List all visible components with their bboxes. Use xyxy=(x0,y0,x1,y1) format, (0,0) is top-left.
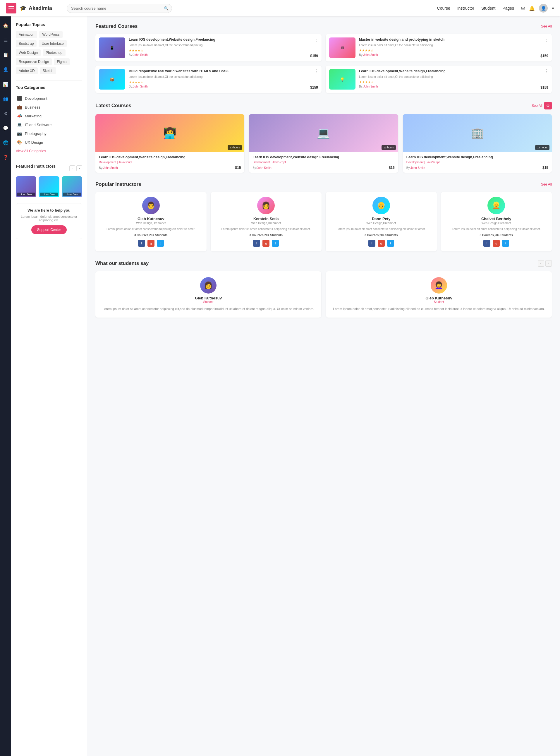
sidebar-item-chat[interactable]: 💬 xyxy=(1,123,10,133)
twitter-icon-1[interactable]: t xyxy=(157,240,164,247)
featured-course-3: 📦 Build responsive real world websites w… xyxy=(95,65,322,93)
testimonial-role-2: Student xyxy=(332,300,546,303)
instructor-avatar-3[interactable]: Jhon Deo xyxy=(62,176,82,197)
hamburger-button[interactable] xyxy=(6,3,16,14)
course-menu-4[interactable]: ⋮ xyxy=(544,68,549,74)
sidebar-item-home[interactable]: 🏠 xyxy=(1,21,10,31)
sidebar-item-list[interactable]: 📋 xyxy=(1,50,10,60)
latest-body-1: Learn IOS development,Website design,Fre… xyxy=(95,152,244,173)
mail-icon[interactable]: ✉ xyxy=(521,5,525,11)
featured-see-all[interactable]: See All xyxy=(541,24,552,28)
topic-photoshop[interactable]: Photoshop xyxy=(43,49,65,56)
notification-icon[interactable]: 🔔 xyxy=(529,5,535,11)
course-menu-1[interactable]: ⋮ xyxy=(314,37,319,42)
nav-link-student[interactable]: Student xyxy=(481,6,495,11)
avatar[interactable]: 👤 xyxy=(539,4,548,13)
topic-webdesign[interactable]: Web Design xyxy=(16,49,41,56)
chevron-down-icon[interactable]: ▾ xyxy=(552,5,554,11)
logo-icon: 🎓 xyxy=(20,5,26,12)
instructor-socials-1: f g t xyxy=(100,240,202,247)
latest-price-1: $15 xyxy=(235,166,241,170)
category-it-software[interactable]: 💻 IT and Software xyxy=(16,120,82,129)
course-menu-3[interactable]: ⋮ xyxy=(314,68,319,74)
google-icon-3[interactable]: g xyxy=(378,240,385,247)
twitter-icon-3[interactable]: t xyxy=(387,240,394,247)
topic-wordpress[interactable]: WordPress xyxy=(39,31,62,38)
instructor-next-button[interactable]: › xyxy=(76,165,82,171)
instructor-avatars: Jhon Deo Jhon Deo Jhon Deo xyxy=(16,176,82,197)
search-input[interactable] xyxy=(67,4,172,13)
search-icon[interactable]: 🔍 xyxy=(164,6,168,11)
nav-link-instructor[interactable]: Instructor xyxy=(457,6,474,11)
featured-course-2: 🖥 Master in website design and prototypi… xyxy=(326,34,552,61)
sidebar-item-help[interactable]: ❓ xyxy=(1,153,10,162)
category-business[interactable]: 💼 Business xyxy=(16,103,82,112)
testimonial-name-2: Gleb Kutnesuv xyxy=(332,296,546,300)
testimonials-section: What our students say ‹ › 👩 Gleb Kutnesu… xyxy=(95,260,552,318)
testimonial-name-1: Gleb Kutnesuv xyxy=(101,296,315,300)
facebook-icon-1[interactable]: f xyxy=(138,240,145,247)
latest-author-3: John Smith xyxy=(411,166,425,170)
hours-badge-3: 13 hours xyxy=(535,145,549,150)
twitter-icon-2[interactable]: t xyxy=(272,240,279,247)
topic-sketch[interactable]: Sketch xyxy=(40,67,57,74)
topic-figma[interactable]: Figma xyxy=(54,58,69,65)
testimonial-photo-2: 👩‍🦱 xyxy=(431,277,447,294)
hours-badge-2: 13 hours xyxy=(382,145,396,150)
category-marketing[interactable]: 📣 Marketing xyxy=(16,112,82,120)
category-ux-design[interactable]: 🎨 UX Design xyxy=(16,138,82,147)
category-ux-label: UX Design xyxy=(25,140,43,144)
testimonial-prev-button[interactable]: ‹ xyxy=(538,260,544,267)
instructor-prev-button[interactable]: ‹ xyxy=(69,165,75,171)
twitter-icon-4[interactable]: t xyxy=(502,240,509,247)
course-title-1: Learn IOS development,Website design,Fre… xyxy=(129,38,318,42)
instructor-avatar-2[interactable]: Jhon Deo xyxy=(39,176,59,197)
sidebar-item-menu[interactable]: ☰ xyxy=(1,36,10,45)
facebook-icon-2[interactable]: f xyxy=(253,240,260,247)
instructors-see-all[interactable]: See All xyxy=(541,182,552,186)
instructor-socials-2: f g t xyxy=(215,240,317,247)
sidebar-item-chart[interactable]: 📊 xyxy=(1,80,10,89)
sidebar-item-settings[interactable]: ⚙ xyxy=(1,109,10,118)
category-development[interactable]: ⬛ Development xyxy=(16,94,82,103)
latest-see-all[interactable]: See All xyxy=(532,104,542,108)
instructor-avatar-1[interactable]: Jhon Deo xyxy=(16,176,36,197)
search-bar: 🔍 xyxy=(67,4,172,13)
latest-courses-grid: 👩‍💻 13 hours Learn IOS development,Websi… xyxy=(95,114,552,173)
nav-link-course[interactable]: Course xyxy=(437,6,450,11)
topic-responsivedesign[interactable]: Responsive Design xyxy=(16,58,52,65)
google-icon-4[interactable]: g xyxy=(493,240,500,247)
course-stars-2: ★★★★☆ xyxy=(359,48,548,53)
view-all-categories[interactable]: View All Categories xyxy=(16,149,46,153)
instructor-card-name-4: Chalvet Berthely xyxy=(446,217,547,221)
course-menu-2[interactable]: ⋮ xyxy=(544,37,549,42)
google-icon-1[interactable]: g xyxy=(147,240,155,247)
category-photography[interactable]: 📷 Photography xyxy=(16,129,82,138)
topic-adobexd[interactable]: Adobe XD xyxy=(16,67,38,74)
topic-animation[interactable]: Animation xyxy=(16,31,37,38)
facebook-icon-3[interactable]: f xyxy=(368,240,375,247)
instructor-card-role-3: Web Design,Dreamnet xyxy=(330,222,432,225)
testimonial-next-button[interactable]: › xyxy=(545,260,552,267)
topic-userinterface[interactable]: User Interface xyxy=(39,40,66,47)
course-title-3: Build responsive real world websites wit… xyxy=(129,69,318,74)
latest-gear-button[interactable]: ⚙ xyxy=(544,102,552,110)
sidebar-item-globe[interactable]: 🌐 xyxy=(1,138,10,147)
featured-instructors-header: Featured Instructors ‹ › xyxy=(16,164,82,173)
course-price-4: $159 xyxy=(540,85,548,89)
google-icon-2[interactable]: g xyxy=(262,240,269,247)
nav-link-pages[interactable]: Pages xyxy=(502,6,514,11)
it-icon: 💻 xyxy=(17,122,22,127)
latest-thumb-2: 💻 13 hours xyxy=(249,114,398,152)
tag-js-2: JavaScript xyxy=(272,161,286,164)
instructor-card-desc-3: Lorem ipsum dolor sit amet consectetur a… xyxy=(330,227,432,231)
facebook-icon-4[interactable]: f xyxy=(483,240,491,247)
latest-tags-1: Development | JavaScript xyxy=(99,161,241,164)
support-center-button[interactable]: Support Center xyxy=(31,225,67,234)
sidebar-item-profile[interactable]: 👤 xyxy=(1,65,10,74)
testimonial-2: 👩‍🦱 Gleb Kutnesuv Student Lorem ipsum do… xyxy=(326,271,552,318)
topic-bootstrap[interactable]: Bootstrap xyxy=(16,40,37,47)
sidebar-item-users[interactable]: 👥 xyxy=(1,94,10,104)
instructor-card-role-4: Web Design,Dreamnet xyxy=(446,222,547,225)
instructor-name-3: Jhon Deo xyxy=(63,193,81,196)
